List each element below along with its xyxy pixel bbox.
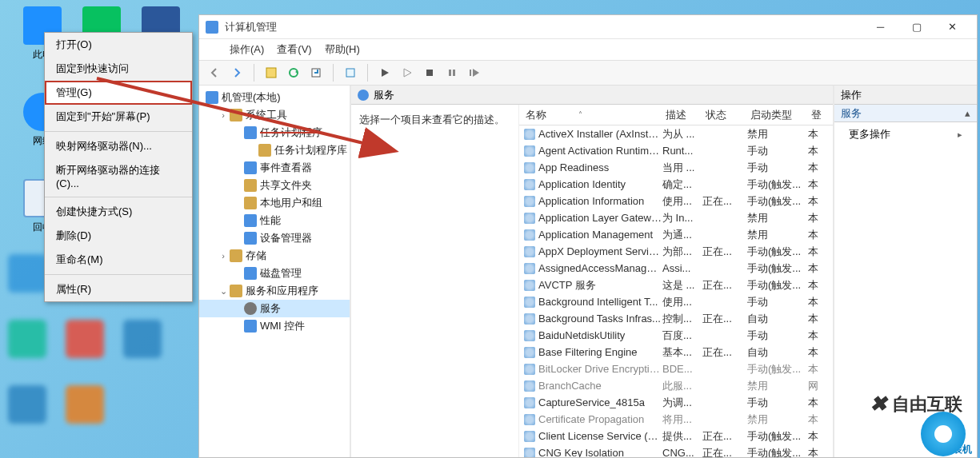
service-row[interactable]: BranchCache此服...禁用网 [519, 377, 833, 394]
col-startup-type[interactable]: 启动类型 [744, 108, 805, 122]
restart-button[interactable] [466, 64, 483, 82]
tree-node-label: 事件查看器 [260, 161, 312, 175]
ctx-rename[interactable]: 重命名(M) [45, 248, 192, 272]
ctx-disconnect-drive[interactable]: 断开网络驱动器的连接(C)... [45, 158, 192, 194]
service-row[interactable]: Certificate Propagation将用...禁用本 [519, 411, 833, 428]
service-icon [524, 364, 535, 375]
ctx-delete[interactable]: 删除(D) [45, 224, 192, 248]
ctx-open[interactable]: 打开(O) [45, 33, 192, 57]
tree-panel: 机管理(本地) ›系统工具任务计划程序任务计划程序库事件查看器共享文件夹本地用户… [199, 86, 351, 457]
stop-button[interactable] [421, 64, 438, 82]
service-row[interactable]: CNG Key IsolationCNG...正在...手动(触发...本 [519, 444, 833, 457]
service-row[interactable]: AppX Deployment Servic...为部...正在...手动(触发… [519, 243, 833, 260]
service-icon [524, 213, 535, 224]
service-logon: 本 [808, 228, 824, 242]
service-icon [524, 129, 535, 140]
service-row[interactable]: Background Tasks Infras...控制...正在...自动本 [519, 310, 833, 327]
properties-button[interactable] [342, 64, 359, 82]
ctx-properties[interactable]: 属性(R) [45, 277, 192, 301]
ctx-pin-start[interactable]: 固定到"开始"屏幕(P) [45, 105, 192, 129]
tree-node[interactable]: ›存储 [199, 247, 350, 265]
refresh-button[interactable] [285, 64, 302, 82]
service-logon: 本 [808, 396, 824, 410]
service-row[interactable]: Agent Activation Runtime...Runt...手动本 [519, 142, 833, 159]
menu-action[interactable]: 操作(A) [230, 42, 264, 57]
tree-node[interactable]: 共享文件夹 [199, 177, 350, 194]
service-startup: 手动 [747, 295, 808, 309]
nav-forward-button[interactable] [228, 64, 246, 82]
ctx-map-drive[interactable]: 映射网络驱动器(N)... [45, 134, 192, 158]
tree-node[interactable]: 性能 [199, 212, 350, 229]
pause-button[interactable] [443, 64, 461, 82]
tree-node[interactable]: WMI 控件 [199, 317, 350, 335]
window-title: 计算机管理 [225, 20, 862, 34]
tree-node[interactable]: 服务 [199, 300, 350, 317]
service-row[interactable]: App Readiness当用 ...手动本 [519, 159, 833, 176]
service-row[interactable]: Application Layer Gatewa...为 In...禁用本 [519, 209, 833, 226]
service-row[interactable]: CaptureService_4815a为调...手动本 [519, 394, 833, 411]
service-row[interactable]: BaiduNetdiskUtility百度...手动本 [519, 327, 833, 344]
tree-node[interactable]: ›系统工具 [199, 106, 350, 124]
svg-marker-13 [473, 69, 479, 77]
service-logon: 本 [808, 429, 824, 444]
tree-node[interactable]: 任务计划程序 [199, 124, 350, 141]
service-row[interactable]: Background Intelligent T...使用...手动本 [519, 293, 833, 310]
tree-node[interactable]: 设备管理器 [199, 229, 350, 247]
tree-node-icon [244, 302, 257, 315]
tree-node-icon [244, 126, 257, 139]
service-row[interactable]: Client License Service (Cli...提供...正在...… [519, 428, 833, 444]
service-row[interactable]: Application Information使用...正在...手动(触发..… [519, 193, 833, 209]
service-desc: 使用... [662, 194, 702, 209]
tree-node[interactable]: 本地用户和组 [199, 194, 350, 212]
tree-node[interactable]: ⌄服务和应用程序 [199, 282, 350, 300]
service-logon: 本 [808, 177, 824, 192]
col-description[interactable]: 描述 [659, 108, 699, 122]
ctx-create-shortcut[interactable]: 创建快捷方式(S) [45, 200, 192, 224]
service-logon: 本 [808, 329, 824, 343]
tree-node-label: 性能 [260, 213, 281, 228]
minimize-button[interactable]: ─ [862, 16, 898, 38]
export-button[interactable] [307, 64, 325, 82]
service-row[interactable]: ActiveX Installer (AxInstSV)为从 ...禁用本 [519, 125, 833, 142]
service-icon [524, 380, 535, 392]
service-row[interactable]: Base Filtering Engine基本...正在...自动本 [519, 344, 833, 360]
computer-icon [206, 91, 218, 104]
service-name: Certificate Propagation [538, 413, 662, 425]
col-status[interactable]: 状态 [699, 108, 744, 122]
service-name: Background Intelligent T... [538, 296, 662, 308]
close-button[interactable]: ✕ [934, 16, 970, 38]
service-row[interactable]: BitLocker Drive Encryptio...BDE...手动(触发.… [519, 360, 833, 377]
ctx-manage[interactable]: 管理(G) [45, 81, 192, 105]
service-row[interactable]: AVCTP 服务这是 ...正在...手动(触发...本 [519, 277, 833, 293]
service-startup: 自动 [747, 345, 808, 360]
service-row[interactable]: Application Management为通...禁用本 [519, 226, 833, 243]
tree-node[interactable]: 任务计划程序库 [199, 141, 350, 159]
service-logon: 本 [808, 312, 824, 326]
actions-more-label: 更多操作 [849, 127, 890, 141]
service-logon: 本 [808, 412, 824, 427]
maximize-button[interactable]: ▢ [898, 16, 934, 38]
menu-view[interactable]: 查看(V) [277, 42, 311, 57]
tree-node-icon [244, 232, 257, 245]
play-button[interactable] [376, 64, 394, 82]
actions-more[interactable]: 更多操作 ▸ [834, 122, 977, 146]
col-logon[interactable]: 登 [805, 108, 821, 122]
col-name[interactable]: 名称˄ [519, 108, 659, 122]
tree-node[interactable]: 事件查看器 [199, 159, 350, 177]
tree-node-icon [244, 267, 257, 280]
svg-rect-2 [266, 68, 276, 78]
ctx-pin-quick[interactable]: 固定到快速访问 [45, 57, 192, 81]
nav-back-button[interactable] [206, 64, 223, 82]
service-desc: 百度... [662, 329, 702, 343]
service-row[interactable]: Application Identity确定...手动(触发...本 [519, 176, 833, 193]
service-row[interactable]: AssignedAccessManager...Assi...手动(触发...本 [519, 260, 833, 277]
tree-root[interactable]: 机管理(本地) [199, 89, 350, 106]
filter-button[interactable] [262, 64, 280, 82]
svg-rect-6 [346, 69, 354, 77]
menu-help[interactable]: 帮助(H) [325, 42, 360, 57]
titlebar[interactable]: 计算机管理 ─ ▢ ✕ [199, 15, 977, 39]
tree-node[interactable]: 磁盘管理 [199, 265, 350, 282]
services-hint: 选择一个项目来查看它的描述。 [359, 114, 505, 125]
service-startup: 手动(触发... [747, 278, 808, 293]
play-outline-button[interactable] [398, 64, 416, 82]
